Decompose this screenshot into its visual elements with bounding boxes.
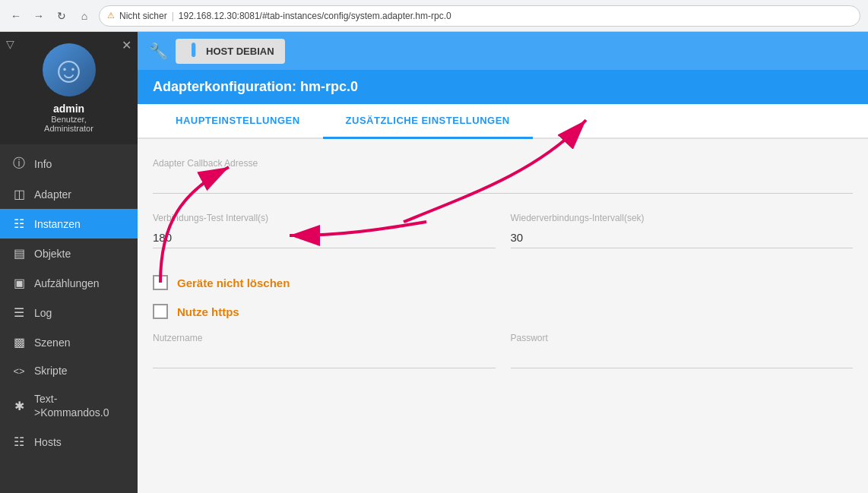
passwort-input[interactable] <box>511 347 854 368</box>
verbindung-label: Verbindungs-Test Intervall(s) <box>153 213 496 223</box>
host-button-label: HOST DEBIAN <box>206 46 274 57</box>
passwort-field-group: Passwort <box>511 333 854 368</box>
objekte-icon: ▤ <box>11 246 27 261</box>
url-text: 192.168.12.30:8081/#tab-instances/config… <box>179 11 451 21</box>
tab-zusaetzliche[interactable]: ZUSÄTZLICHE EINSTELLUNGEN <box>323 104 533 139</box>
skripte-icon: <> <box>11 365 27 377</box>
profile-role: Benutzer, Administrator <box>44 115 93 133</box>
sidebar-label-objekte: Objekte <box>34 248 71 260</box>
callback-field-group: Adapter Callback Adresse <box>153 158 853 194</box>
https-checkbox-row: Nutze https <box>153 304 853 319</box>
sidebar-label-textkommandos: Text->Kommandos.0 <box>34 392 109 419</box>
sidebar-label-hosts: Hosts <box>34 436 62 448</box>
interval-row: Verbindungs-Test Intervall(s) Wiederverb… <box>153 213 853 267</box>
form-content: Adapter Callback Adresse Verbindungs-Tes… <box>138 139 868 493</box>
log-icon: ☰ <box>11 305 27 320</box>
sidebar-item-hosts[interactable]: ☷ Hosts <box>0 427 138 457</box>
power-icon: ⏽ <box>186 43 200 59</box>
nutzername-field-group: Nutzername <box>153 333 496 368</box>
forward-button[interactable]: → <box>30 8 47 24</box>
config-header: Adapterkonfiguration: hm-rpc.0 <box>138 70 868 104</box>
geraete-checkbox-row: Geräte nicht löschen <box>153 275 853 290</box>
https-checkbox[interactable] <box>153 304 168 319</box>
sidebar-item-objekte[interactable]: ▤ Objekte <box>0 239 138 268</box>
avatar: ☺ <box>43 43 96 96</box>
top-toolbar: 🔧 ⏽ HOST DEBIAN <box>138 32 868 70</box>
home-button[interactable]: ⌂ <box>76 8 93 24</box>
sidebar-item-szenen[interactable]: ▩ Szenen <box>0 327 138 357</box>
wrench-icon: 🔧 <box>149 42 168 60</box>
sidebar-item-adapter[interactable]: ◫ Adapter <box>0 179 138 209</box>
callback-label: Adapter Callback Adresse <box>153 158 853 169</box>
passwort-label: Passwort <box>511 333 854 343</box>
auth-row: Nutzername Passwort <box>153 333 853 387</box>
security-label: Nicht sicher <box>119 11 167 21</box>
tab-haupteinstellungen[interactable]: HAUPTEINSTELLUNGEN <box>153 104 323 139</box>
info-icon: ⓘ <box>11 156 27 172</box>
verbindung-field-group: Verbindungs-Test Intervall(s) <box>153 213 496 248</box>
geraete-checkbox[interactable] <box>153 275 168 290</box>
config-title: Adapterkonfiguration: hm-rpc.0 <box>153 79 358 94</box>
menu-arrow-icon: ▽ <box>6 38 14 50</box>
sidebar-label-szenen: Szenen <box>34 337 70 349</box>
instanzen-icon: ☷ <box>11 216 27 231</box>
sidebar-label-info: Info <box>34 158 52 170</box>
profile-name: admin <box>53 103 84 115</box>
hosts-icon: ☷ <box>11 435 27 449</box>
reload-button[interactable]: ↻ <box>53 8 70 24</box>
nutzername-label: Nutzername <box>153 333 496 343</box>
callback-input[interactable] <box>153 172 853 194</box>
verbindung-input[interactable] <box>153 227 496 248</box>
sidebar-item-info[interactable]: ⓘ Info <box>0 148 138 179</box>
sidebar-label-aufzaehlungen: Aufzählungen <box>34 277 100 289</box>
sidebar-label-adapter: Adapter <box>34 188 71 201</box>
sidebar-label-skripte: Skripte <box>34 365 68 377</box>
content-area: 🔧 ⏽ HOST DEBIAN Adapterkonfiguration: hm… <box>138 32 868 493</box>
https-label: Nutze https <box>177 305 239 318</box>
wiederverbindung-input[interactable] <box>511 227 854 248</box>
sidebar-item-skripte[interactable]: <> Skripte <box>0 357 138 384</box>
main-layout: ▽ ✕ ☺ admin Benutzer, Administrator ⓘ In… <box>0 32 868 493</box>
sidebar: ▽ ✕ ☺ admin Benutzer, Administrator ⓘ In… <box>0 32 138 493</box>
aufzaehlungen-icon: ▣ <box>11 276 27 290</box>
adapter-icon: ◫ <box>11 187 27 201</box>
back-button[interactable]: ← <box>8 8 24 24</box>
sidebar-item-aufzaehlungen[interactable]: ▣ Aufzählungen <box>0 268 138 298</box>
host-button[interactable]: ⏽ HOST DEBIAN <box>176 39 285 64</box>
lock-icon: ⚠ <box>107 11 115 21</box>
wiederverbindung-field-group: Wiederverbindungs-Intervall(sek) <box>511 213 854 248</box>
nutzername-input[interactable] <box>153 347 496 368</box>
sidebar-item-text-kommandos[interactable]: ✱ Text->Kommandos.0 <box>0 384 138 427</box>
szenen-icon: ▩ <box>11 335 27 349</box>
close-sidebar-button[interactable]: ✕ <box>122 38 131 52</box>
sidebar-label-instanzen: Instanzen <box>34 218 81 230</box>
address-bar[interactable]: ⚠ Nicht sicher | 192.168.12.30:8081/#tab… <box>99 5 860 27</box>
sidebar-label-log: Log <box>34 307 52 319</box>
profile-section: ▽ ✕ ☺ admin Benutzer, Administrator <box>0 32 138 144</box>
wiederverbindung-label: Wiederverbindungs-Intervall(sek) <box>511 213 854 223</box>
sidebar-item-log[interactable]: ☰ Log <box>0 298 138 327</box>
tabs-bar: HAUPTEINSTELLUNGEN ZUSÄTZLICHE EINSTELLU… <box>138 104 868 139</box>
sidebar-nav: ⓘ Info ◫ Adapter ☷ Instanzen ▤ Objekte ▣… <box>0 144 138 493</box>
sidebar-item-instanzen[interactable]: ☷ Instanzen <box>0 209 138 239</box>
browser-bar: ← → ↻ ⌂ ⚠ Nicht sicher | 192.168.12.30:8… <box>0 0 868 32</box>
geraete-label: Geräte nicht löschen <box>177 277 290 289</box>
textkommandos-icon: ✱ <box>11 399 27 413</box>
